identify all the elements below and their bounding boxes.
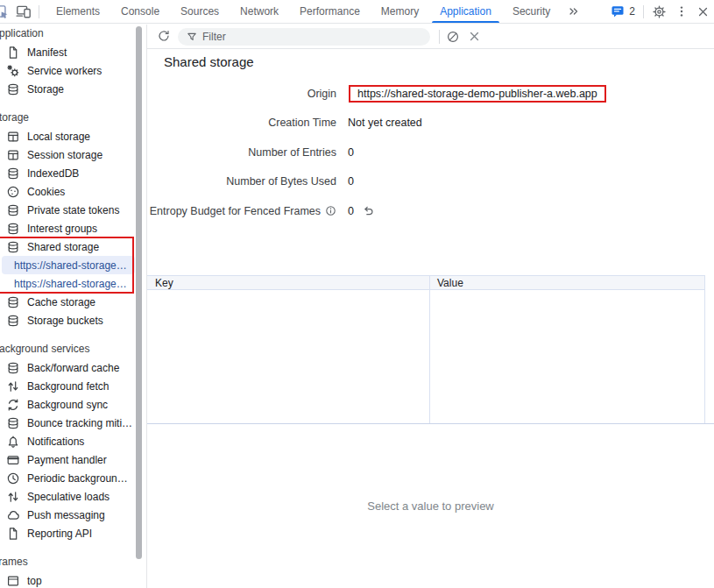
sidebar-item-label: Background sync bbox=[27, 399, 108, 411]
sidebar-item-label: Session storage bbox=[27, 149, 103, 161]
sidebar-item-push-messaging[interactable]: Push messaging bbox=[0, 506, 145, 524]
database-icon bbox=[6, 416, 20, 430]
sidebar-item-https-shared-storage[interactable]: https://shared-storage… bbox=[2, 256, 135, 274]
issues-bubble-icon bbox=[611, 4, 625, 18]
sidebar-link-label: https://shared-storage… bbox=[14, 278, 127, 290]
panel-toolbar bbox=[147, 25, 714, 49]
sidebar-item-label: Private state tokens bbox=[27, 204, 119, 216]
detail-row-number-of-entries: Number of Entries0 bbox=[147, 138, 714, 167]
database-icon bbox=[6, 166, 20, 181]
device-toolbar-icon[interactable] bbox=[16, 4, 32, 19]
tab-memory[interactable]: Memory bbox=[371, 0, 429, 23]
sidebar-item-reporting-api[interactable]: Reporting API bbox=[0, 524, 145, 542]
sidebar-item-payment-handler[interactable]: Payment handler bbox=[0, 450, 145, 469]
tab-performance[interactable]: Performance bbox=[289, 0, 371, 23]
sidebar-item-https-shared-storage[interactable]: https://shared-storage… bbox=[2, 274, 135, 293]
settings-gear-icon[interactable] bbox=[652, 4, 667, 19]
detail-label: Origin bbox=[147, 88, 336, 100]
sidebar-item-bounce-tracking-miti[interactable]: Bounce tracking miti… bbox=[0, 414, 145, 432]
tab-console[interactable]: Console bbox=[110, 0, 170, 23]
sidebar-item-label: Payment handler bbox=[27, 454, 107, 466]
sidebar-item-speculative-loads[interactable]: Speculative loads bbox=[0, 487, 145, 506]
table-right-border bbox=[704, 275, 705, 423]
sidebar-item-local-storage[interactable]: Local storage bbox=[0, 127, 145, 145]
sidebar-item-label: Reporting API bbox=[27, 528, 92, 540]
toolbar-divider bbox=[643, 5, 644, 18]
file-icon bbox=[6, 46, 20, 60]
sidebar-item-manifest[interactable]: Manifest bbox=[0, 43, 145, 61]
close-devtools-icon[interactable] bbox=[696, 5, 710, 18]
toolbar-divider bbox=[39, 5, 39, 18]
sidebar-item-cookies[interactable]: Cookies bbox=[0, 182, 145, 201]
sidebar-item-notifications[interactable]: Notifications bbox=[0, 432, 145, 450]
inspect-element-icon[interactable] bbox=[0, 4, 9, 19]
sidebar-item-label: Storage buckets bbox=[27, 315, 103, 327]
filter-input[interactable] bbox=[178, 28, 430, 46]
clock-icon bbox=[6, 471, 20, 485]
sidebar-item-storage[interactable]: Storage bbox=[0, 80, 145, 98]
sidebar-scrollbar[interactable] bbox=[135, 25, 143, 588]
frame-icon bbox=[6, 574, 20, 588]
sidebar-item-back-forward-cache[interactable]: Back/forward cache bbox=[0, 358, 145, 377]
issues-button[interactable]: 2 bbox=[611, 4, 635, 18]
origin-value: https://shared-storage-demo-publisher-a.… bbox=[349, 85, 606, 103]
key-value-table: Key Value bbox=[147, 275, 705, 423]
sidebar-item-storage-buckets[interactable]: Storage buckets bbox=[0, 311, 145, 329]
application-sidebar: ApplicationManifestService workersStorag… bbox=[0, 25, 145, 588]
table-header-value[interactable]: Value bbox=[437, 276, 463, 290]
service-worker-icon bbox=[6, 64, 20, 78]
sidebar-item-label: Interest groups bbox=[27, 223, 97, 235]
sidebar-section-storage: Storage bbox=[0, 109, 145, 127]
scrollbar-thumb[interactable] bbox=[136, 26, 142, 559]
database-icon bbox=[6, 361, 20, 375]
sidebar-item-background-sync[interactable]: Background sync bbox=[0, 395, 145, 414]
sidebar-item-cache-storage[interactable]: Cache storage bbox=[0, 293, 145, 311]
table-header-key[interactable]: Key bbox=[155, 276, 173, 290]
close-filter-icon[interactable] bbox=[468, 30, 481, 43]
tab-elements[interactable]: Elements bbox=[46, 0, 110, 23]
sidebar-item-label: Notifications bbox=[27, 436, 84, 448]
sidebar-item-background-fetch[interactable]: Background fetch bbox=[0, 377, 145, 395]
sidebar-item-interest-groups[interactable]: Interest groups bbox=[0, 219, 145, 237]
issues-count: 2 bbox=[629, 5, 635, 18]
database-icon bbox=[6, 295, 20, 309]
table-header-row: Key Value bbox=[147, 275, 705, 290]
clear-storage-icon[interactable] bbox=[446, 30, 460, 44]
sidebar-item-indexeddb[interactable]: IndexedDB bbox=[0, 164, 145, 182]
sidebar-item-periodic-backgroun[interactable]: Periodic backgroun… bbox=[0, 469, 145, 487]
tab-security[interactable]: Security bbox=[502, 0, 561, 23]
sidebar-item-shared-storage[interactable]: Shared storage bbox=[0, 237, 145, 256]
sidebar-item-service-workers[interactable]: Service workers bbox=[0, 61, 145, 80]
sidebar-item-label: Back/forward cache bbox=[27, 362, 119, 374]
storage-details: Originhttps://shared-storage-demo-publis… bbox=[147, 79, 714, 226]
sidebar-section-frames: Frames bbox=[0, 553, 145, 571]
sidebar-item-private-state-tokens[interactable]: Private state tokens bbox=[0, 201, 145, 219]
tab-sources[interactable]: Sources bbox=[170, 0, 230, 23]
column-divider[interactable] bbox=[429, 275, 430, 423]
reset-entropy-budget-button[interactable] bbox=[362, 204, 375, 217]
detail-row-entropy-budget-for-fenced-frames: Entropy Budget for Fenced Frames0 bbox=[147, 196, 714, 226]
sidebar-section-application: Application bbox=[0, 25, 145, 43]
arrows-up-down-icon bbox=[6, 379, 20, 393]
info-icon bbox=[325, 205, 336, 216]
tab-network[interactable]: Network bbox=[230, 0, 289, 23]
more-options-icon[interactable] bbox=[675, 4, 689, 18]
payment-card-icon bbox=[6, 453, 20, 467]
database-icon bbox=[6, 222, 20, 236]
detail-label: Number of Entries bbox=[147, 146, 336, 159]
preview-placeholder: Select a value to preview bbox=[147, 424, 714, 588]
refresh-button[interactable] bbox=[157, 29, 171, 43]
sidebar-section-background-services: Background services bbox=[0, 340, 145, 358]
more-tabs-chevron-icon[interactable] bbox=[561, 0, 587, 23]
sidebar-item-session-storage[interactable]: Session storage bbox=[0, 145, 145, 164]
table-icon bbox=[6, 130, 20, 144]
sync-icon bbox=[6, 398, 20, 412]
sidebar-item-label: Shared storage bbox=[27, 241, 99, 253]
table-icon bbox=[6, 148, 20, 162]
sidebar-item-label: Background fetch bbox=[27, 380, 109, 393]
tab-application[interactable]: Application bbox=[429, 0, 502, 23]
database-icon bbox=[6, 82, 20, 96]
sidebar-item-top[interactable]: top bbox=[0, 571, 145, 588]
bell-icon bbox=[6, 435, 20, 449]
detail-row-creation-time: Creation TimeNot yet created bbox=[147, 109, 714, 138]
